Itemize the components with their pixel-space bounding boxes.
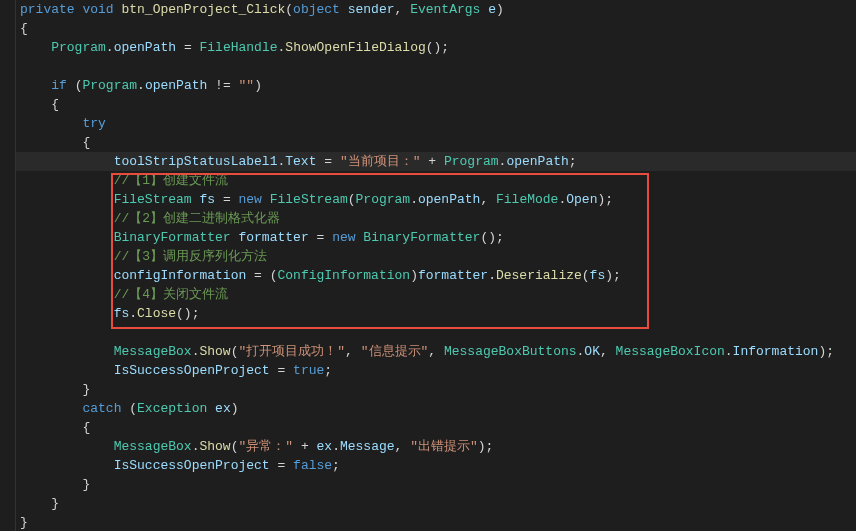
code-line[interactable] [16, 323, 856, 342]
code-token [293, 439, 301, 454]
code-token: fs [590, 268, 606, 283]
code-token: FileStream [114, 192, 192, 207]
code-token: Exception [137, 401, 207, 416]
code-token: e [488, 2, 496, 17]
code-line[interactable]: try [16, 114, 856, 133]
code-token: "异常：" [238, 439, 293, 454]
code-line[interactable]: private void btn_OpenProject_Click(objec… [16, 0, 856, 19]
code-token: //【2】创建二进制格式化器 [114, 211, 280, 226]
code-token [285, 363, 293, 378]
code-token: ; [324, 363, 332, 378]
code-token [436, 154, 444, 169]
code-line[interactable]: } [16, 494, 856, 513]
code-token: configInformation [114, 268, 247, 283]
code-token: btn_OpenProject_Click [121, 2, 285, 17]
code-token: sender [348, 2, 395, 17]
code-token: , [345, 344, 361, 359]
code-token: openPath [418, 192, 480, 207]
code-token: ShowOpenFileDialog [285, 40, 425, 55]
code-token: MessageBoxButtons [444, 344, 577, 359]
code-token: EventArgs [410, 2, 480, 17]
code-line[interactable]: BinaryFormatter formatter = new BinaryFo… [16, 228, 856, 247]
code-token: ); [605, 268, 621, 283]
code-token: + [301, 439, 309, 454]
code-token [215, 192, 223, 207]
code-token: FileHandle [200, 40, 278, 55]
code-line[interactable]: MessageBox.Show("打开项目成功！", "信息提示", Messa… [16, 342, 856, 361]
code-token [207, 401, 215, 416]
code-token: ); [478, 439, 494, 454]
code-token: //【1】创建文件流 [114, 173, 228, 188]
code-token: object [293, 2, 340, 17]
code-token: . [410, 192, 418, 207]
code-line[interactable]: catch (Exception ex) [16, 399, 856, 418]
code-line[interactable]: FileStream fs = new FileStream(Program.o… [16, 190, 856, 209]
code-token: ); [597, 192, 613, 207]
code-line[interactable]: //【3】调用反序列化方法 [16, 247, 856, 266]
code-token: != [215, 78, 231, 93]
code-line[interactable]: IsSuccessOpenProject = false; [16, 456, 856, 475]
code-line[interactable]: { [16, 418, 856, 437]
code-token: "出错提示" [410, 439, 478, 454]
code-token: MessageBoxIcon [616, 344, 725, 359]
code-line[interactable]: IsSuccessOpenProject = true; [16, 361, 856, 380]
code-token: { [51, 97, 59, 112]
code-token: FileMode [496, 192, 558, 207]
code-token [480, 2, 488, 17]
code-token: = [324, 154, 332, 169]
code-token: new [239, 192, 262, 207]
code-token: ConfigInformation [278, 268, 411, 283]
code-token [262, 192, 270, 207]
code-editor[interactable]: private void btn_OpenProject_Click(objec… [0, 0, 856, 531]
code-line[interactable]: if (Program.openPath != "") [16, 76, 856, 95]
code-token: try [82, 116, 105, 131]
code-line[interactable]: fs.Close(); [16, 304, 856, 323]
code-line[interactable]: } [16, 475, 856, 494]
code-token: { [82, 420, 90, 435]
code-token: ) [231, 401, 239, 416]
code-line[interactable]: //【4】关闭文件流 [16, 285, 856, 304]
code-token: openPath [114, 40, 176, 55]
code-line[interactable] [16, 57, 856, 76]
code-line[interactable]: toolStripStatusLabel1.Text = "当前项目：" + P… [16, 152, 856, 171]
code-line[interactable]: { [16, 95, 856, 114]
code-token: + [428, 154, 436, 169]
code-token: IsSuccessOpenProject [114, 458, 270, 473]
code-token: new [332, 230, 355, 245]
code-token: ex [317, 439, 333, 454]
code-token: MessageBox [114, 439, 192, 454]
code-token: formatter [418, 268, 488, 283]
code-token: ; [332, 458, 340, 473]
code-token: (); [480, 230, 503, 245]
code-line[interactable]: //【1】创建文件流 [16, 171, 856, 190]
code-token: ( [582, 268, 590, 283]
code-token: , [428, 344, 444, 359]
code-line[interactable]: Program.openPath = FileHandle.ShowOpenFi… [16, 38, 856, 57]
code-line[interactable]: configInformation = (ConfigInformation)f… [16, 266, 856, 285]
code-line[interactable]: { [16, 133, 856, 152]
code-token: Information [733, 344, 819, 359]
editor-gutter [0, 0, 16, 531]
code-token: (); [176, 306, 199, 321]
code-token: ); [818, 344, 834, 359]
code-line[interactable]: MessageBox.Show("异常：" + ex.Message, "出错提… [16, 437, 856, 456]
code-line[interactable]: } [16, 380, 856, 399]
code-token: . [725, 344, 733, 359]
code-token: BinaryFormatter [363, 230, 480, 245]
code-token: MessageBox [114, 344, 192, 359]
code-token: = [223, 192, 231, 207]
code-token: Open [566, 192, 597, 207]
code-token: catch [82, 401, 121, 416]
code-line[interactable]: //【2】创建二进制格式化器 [16, 209, 856, 228]
code-line[interactable]: { [16, 19, 856, 38]
code-token: "当前项目：" [340, 154, 421, 169]
code-token: . [137, 78, 145, 93]
code-token: ( [348, 192, 356, 207]
code-token [262, 268, 270, 283]
code-token: Message [340, 439, 395, 454]
code-line[interactable]: } [16, 513, 856, 531]
code-token: ( [285, 2, 293, 17]
code-token: OK [584, 344, 600, 359]
code-token: . [332, 439, 340, 454]
code-area[interactable]: private void btn_OpenProject_Click(objec… [16, 0, 856, 531]
